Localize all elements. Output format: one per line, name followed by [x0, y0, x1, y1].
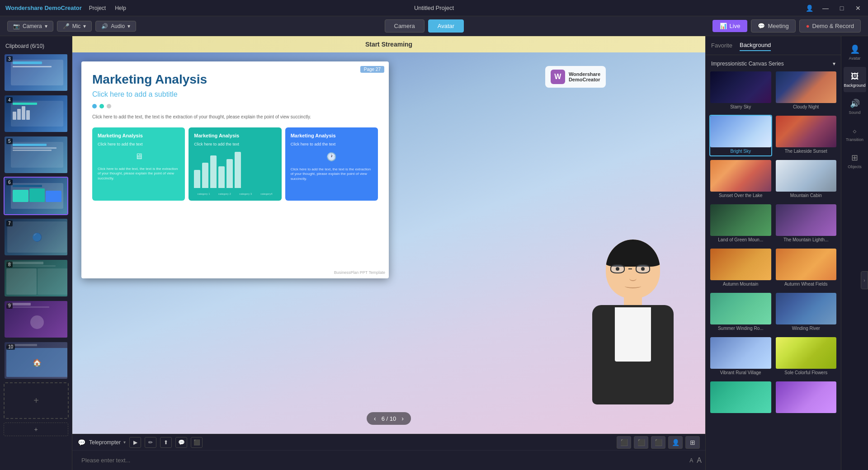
main-content: Clipboard (6/10) 3	[0, 36, 868, 470]
tp-layout-button[interactable]: ⊞	[685, 436, 700, 449]
slide-item-6[interactable]: 6	[4, 177, 68, 215]
add-content-button[interactable]: +	[4, 423, 68, 436]
tp-screen-1-button[interactable]: ⬛	[617, 436, 631, 449]
bg-name-lakeside: The Lakeside Sunset	[776, 147, 837, 155]
camera-dropdown[interactable]: ▾	[45, 23, 47, 29]
slide-item-5[interactable]: 5	[4, 136, 68, 174]
tp-comment-button[interactable]: 💬	[175, 437, 187, 448]
mic-icon: 🎤	[63, 23, 70, 29]
meeting-button[interactable]: 💬 Meeting	[751, 19, 795, 33]
user-icon[interactable]: 👤	[805, 5, 814, 12]
card-sub-2: Click here to add the text	[194, 142, 276, 146]
demo-record-button[interactable]: ● Demo & Record	[799, 19, 861, 33]
bg-autumn-wheat[interactable]: Autumn Wheat Fields	[775, 248, 838, 289]
bg-lakeside-sunset[interactable]: The Lakeside Sunset	[775, 115, 838, 156]
bg-thumb-lakeside	[776, 116, 837, 147]
text-increase-button[interactable]: A	[697, 456, 702, 465]
maximize-button[interactable]: □	[837, 5, 846, 12]
right-panel: Favorite Background Impressionistic Canv…	[705, 36, 841, 470]
bg-vibrant-village[interactable]: Vibrant Rural Village	[709, 336, 772, 378]
bg-thumb-winding-river	[776, 293, 837, 324]
nav-next-button[interactable]: ›	[401, 415, 404, 422]
teleprompter-icon: 💬	[78, 439, 85, 446]
slide-card-2: Marketing Analysis Click here to add the…	[189, 127, 281, 201]
background-grid: Starry Sky Cloudy Night Bright Sky The L…	[709, 70, 837, 417]
card-title-3: Marketing Analysis	[291, 133, 373, 138]
bg-cloudy-night[interactable]: Cloudy Night	[775, 70, 838, 112]
tab-background[interactable]: Background	[740, 40, 771, 51]
menu-help[interactable]: Help	[115, 5, 126, 11]
card-title-1: Marketing Analysis	[98, 133, 179, 138]
audio-tool[interactable]: 🔊 Audio ▾	[95, 21, 136, 32]
slide-item-10[interactable]: 🏠 10	[4, 341, 68, 380]
live-button[interactable]: 📊 Live	[712, 20, 748, 32]
tp-screen-3-button[interactable]: ⬛	[651, 436, 665, 449]
text-decrease-button[interactable]: A	[689, 457, 693, 464]
tp-person-button[interactable]: 👤	[668, 436, 683, 449]
slide-item-9[interactable]: 9	[4, 300, 68, 338]
bg-sole-flowers[interactable]: Sole Colorful Flowers	[775, 336, 838, 378]
tp-screen-2-button[interactable]: ⬛	[634, 436, 648, 449]
series-dropdown-button[interactable]: ▾	[833, 61, 835, 67]
stream-header: Start Streaming	[72, 36, 705, 52]
canvas-nav: ‹ 6 / 10 ›	[367, 412, 411, 425]
mic-dropdown[interactable]: ▾	[83, 23, 86, 29]
tp-upload-button[interactable]: ⬆	[160, 437, 172, 448]
bg-extra-1[interactable]	[709, 381, 772, 417]
bg-mountain-cabin[interactable]: Mountain Cabin	[775, 159, 838, 201]
teleprompter-input[interactable]	[76, 453, 689, 467]
bg-mountain-lighthouse[interactable]: The Mountain Lighth...	[775, 203, 838, 245]
bg-green-mountain[interactable]: Land of Green Moun...	[709, 203, 772, 245]
card-icon-3: 🕐	[291, 152, 373, 162]
camera-tab[interactable]: Camera	[385, 19, 425, 33]
slide-thumb-7: 🔵	[5, 219, 68, 255]
slide-item-4[interactable]: 4	[4, 94, 68, 133]
slide-item-7[interactable]: 🔵 7	[4, 218, 68, 256]
card-sub-3: Click here to add the text	[291, 142, 373, 146]
tab-favorite[interactable]: Favorite	[711, 40, 732, 51]
menu-project[interactable]: Project	[89, 5, 106, 11]
bg-summer-winding[interactable]: Summer Winding Ro...	[709, 292, 772, 334]
bg-name-green-moun: Land of Green Moun...	[710, 236, 771, 244]
slide-thumb-8	[5, 260, 68, 296]
bg-sunset-over-lake[interactable]: Sunset Over the Lake	[709, 159, 772, 201]
audio-dropdown[interactable]: ▾	[127, 23, 130, 29]
bg-starry-sky[interactable]: Starry Sky	[709, 70, 772, 112]
add-slide-button[interactable]: +	[4, 382, 69, 419]
side-icon-objects[interactable]: ⊞ Objects	[844, 148, 866, 174]
slide-item-8[interactable]: 8	[4, 259, 68, 297]
slide-thumb-9	[5, 301, 68, 338]
bg-name-bright-sky: Bright Sky	[710, 147, 771, 155]
bg-name-sunset-lake: Sunset Over the Lake	[710, 192, 771, 200]
bar-5	[226, 159, 233, 188]
teleprompter-dropdown-arrow[interactable]: ▾	[123, 440, 126, 445]
slide-item-3[interactable]: 3	[4, 53, 68, 92]
close-button[interactable]: ✕	[854, 5, 863, 12]
side-icon-background[interactable]: 🖼 Background	[844, 67, 866, 92]
tp-play-button[interactable]: ▶	[129, 437, 141, 448]
camera-tool[interactable]: 📷 Camera ▾	[7, 21, 53, 32]
bg-name-mtn-light: The Mountain Lighth...	[776, 236, 837, 244]
mic-tool[interactable]: 🎤 Mic ▾	[57, 21, 92, 32]
title-bar-right: 👤 — □ ✕	[805, 5, 863, 12]
tp-text-size: A A	[689, 456, 702, 465]
minimize-button[interactable]: —	[821, 5, 830, 12]
side-icon-avatar[interactable]: 👤 Avatar	[844, 40, 866, 65]
avatar-tab[interactable]: Avatar	[428, 19, 464, 33]
bg-autumn-mountain[interactable]: Autumn Mountain	[709, 248, 772, 289]
side-icon-sound[interactable]: 🔊 Sound	[844, 94, 866, 119]
tp-share-button[interactable]: ⬛	[191, 437, 203, 448]
tp-edit-button[interactable]: ✏	[145, 437, 156, 448]
slide-cards: Marketing Analysis Click here to add the…	[92, 127, 378, 201]
expand-panel-button[interactable]: ›	[861, 271, 868, 289]
bg-series-header: Impressionistic Canvas Series ▾	[709, 59, 837, 70]
bg-name-cloudy: Cloudy Night	[776, 103, 837, 111]
bar-1	[194, 170, 200, 188]
bg-winding-river[interactable]: Winding River	[775, 292, 838, 334]
bg-bright-sky[interactable]: Bright Sky	[709, 115, 772, 156]
nav-prev-button[interactable]: ‹	[374, 415, 376, 422]
teleprompter-bar: 💬 Teleprompter ▾ ▶ ✏ ⬆ 💬 ⬛ ⬛ ⬛ ⬛ 👤 ⊞	[72, 434, 705, 470]
side-icon-transition[interactable]: ⬦ Transition	[844, 121, 866, 146]
bg-name-extra1	[710, 413, 771, 416]
bg-extra-2[interactable]	[775, 381, 838, 417]
